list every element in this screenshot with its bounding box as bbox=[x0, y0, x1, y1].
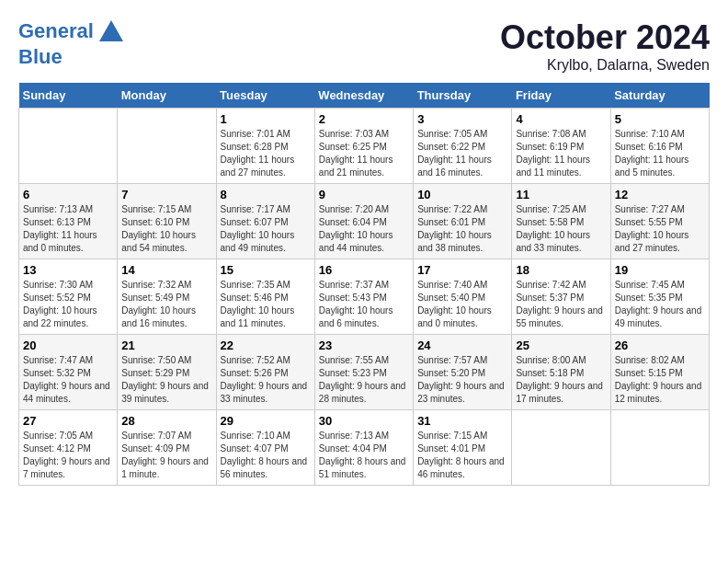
day-number: 1 bbox=[221, 112, 311, 126]
daylight: Daylight: 9 hours and 17 minutes. bbox=[516, 381, 603, 404]
calendar-cell: 17Sunrise: 7:40 AMSunset: 5:40 PMDayligh… bbox=[414, 259, 512, 335]
daylight: Daylight: 10 hours and 11 minutes. bbox=[221, 305, 295, 328]
day-info: Sunrise: 7:15 AMSunset: 6:10 PMDaylight:… bbox=[121, 203, 211, 255]
day-number: 21 bbox=[121, 339, 211, 352]
sunrise: Sunrise: 7:52 AM bbox=[221, 355, 290, 365]
day-number: 6 bbox=[23, 188, 113, 201]
daylight: Daylight: 8 hours and 46 minutes. bbox=[417, 456, 505, 479]
day-number: 10 bbox=[417, 188, 507, 201]
daylight: Daylight: 9 hours and 1 minute. bbox=[121, 456, 209, 479]
calendar-cell: 26Sunrise: 8:02 AMSunset: 5:15 PMDayligh… bbox=[610, 335, 709, 410]
sunset: Sunset: 5:40 PM bbox=[417, 293, 485, 303]
sunrise: Sunrise: 7:13 AM bbox=[319, 431, 389, 441]
daylight: Daylight: 11 hours and 5 minutes. bbox=[615, 155, 689, 178]
sunset: Sunset: 4:07 PM bbox=[221, 443, 289, 454]
sunset: Sunset: 4:09 PM bbox=[121, 443, 189, 454]
sunrise: Sunrise: 7:47 AM bbox=[23, 355, 93, 365]
sunset: Sunset: 5:46 PM bbox=[221, 293, 289, 303]
location: Krylbo, Dalarna, Sweden bbox=[500, 57, 710, 74]
week-row-5: 27Sunrise: 7:05 AMSunset: 4:12 PMDayligh… bbox=[19, 410, 710, 486]
calendar-cell bbox=[610, 410, 709, 486]
header-day-wednesday: Wednesday bbox=[314, 83, 413, 109]
week-row-4: 20Sunrise: 7:47 AMSunset: 5:32 PMDayligh… bbox=[19, 335, 710, 410]
calendar-cell bbox=[118, 109, 216, 184]
sunset: Sunset: 5:23 PM bbox=[319, 368, 387, 378]
calendar-cell: 8Sunrise: 7:17 AMSunset: 6:07 PMDaylight… bbox=[216, 184, 314, 259]
day-number: 7 bbox=[121, 188, 211, 201]
sunrise: Sunrise: 7:45 AM bbox=[615, 280, 685, 290]
daylight: Daylight: 9 hours and 33 minutes. bbox=[221, 381, 308, 404]
day-number: 17 bbox=[417, 263, 507, 277]
sunset: Sunset: 6:19 PM bbox=[516, 142, 584, 152]
day-number: 2 bbox=[319, 112, 409, 126]
header-day-thursday: Thursday bbox=[414, 83, 512, 109]
day-info: Sunrise: 7:10 AMSunset: 6:16 PMDaylight:… bbox=[615, 128, 705, 179]
daylight: Daylight: 10 hours and 22 minutes. bbox=[23, 305, 97, 328]
daylight: Daylight: 9 hours and 55 minutes. bbox=[516, 305, 603, 328]
sunrise: Sunrise: 7:13 AM bbox=[23, 204, 93, 214]
day-number: 16 bbox=[319, 263, 409, 277]
daylight: Daylight: 11 hours and 16 minutes. bbox=[417, 155, 492, 178]
logo-icon bbox=[97, 18, 125, 46]
sunset: Sunset: 6:25 PM bbox=[319, 142, 387, 152]
sunrise: Sunrise: 7:10 AM bbox=[615, 129, 685, 139]
calendar-cell: 22Sunrise: 7:52 AMSunset: 5:26 PMDayligh… bbox=[216, 335, 314, 410]
calendar-cell: 9Sunrise: 7:20 AMSunset: 6:04 PMDaylight… bbox=[314, 184, 413, 259]
daylight: Daylight: 11 hours and 27 minutes. bbox=[221, 155, 295, 178]
sunset: Sunset: 6:10 PM bbox=[121, 217, 189, 227]
month-title: October 2024 bbox=[500, 18, 710, 57]
logo-blue: Blue bbox=[18, 45, 63, 68]
calendar-cell: 7Sunrise: 7:15 AMSunset: 6:10 PMDaylight… bbox=[118, 184, 216, 259]
day-info: Sunrise: 8:02 AMSunset: 5:15 PMDaylight:… bbox=[615, 354, 705, 406]
day-info: Sunrise: 7:05 AMSunset: 6:22 PMDaylight:… bbox=[417, 128, 507, 179]
day-info: Sunrise: 7:13 AMSunset: 6:13 PMDaylight:… bbox=[23, 203, 113, 255]
sunset: Sunset: 6:04 PM bbox=[319, 217, 387, 227]
daylight: Daylight: 10 hours and 54 minutes. bbox=[121, 230, 196, 253]
day-number: 26 bbox=[615, 339, 705, 352]
sunset: Sunset: 5:29 PM bbox=[121, 368, 189, 378]
day-info: Sunrise: 8:00 AMSunset: 5:18 PMDaylight:… bbox=[516, 354, 606, 406]
daylight: Daylight: 9 hours and 44 minutes. bbox=[23, 381, 110, 404]
calendar-cell: 1Sunrise: 7:01 AMSunset: 6:28 PMDaylight… bbox=[216, 109, 314, 184]
sunrise: Sunrise: 7:27 AM bbox=[615, 204, 685, 214]
daylight: Daylight: 9 hours and 39 minutes. bbox=[121, 381, 209, 404]
sunrise: Sunrise: 7:05 AM bbox=[417, 129, 487, 139]
day-number: 3 bbox=[417, 112, 507, 126]
sunrise: Sunrise: 7:50 AM bbox=[121, 355, 191, 365]
day-info: Sunrise: 7:57 AMSunset: 5:20 PMDaylight:… bbox=[417, 354, 507, 406]
week-row-2: 6Sunrise: 7:13 AMSunset: 6:13 PMDaylight… bbox=[19, 184, 710, 259]
day-info: Sunrise: 7:10 AMSunset: 4:07 PMDaylight:… bbox=[221, 430, 311, 481]
day-number: 13 bbox=[23, 263, 113, 277]
sunrise: Sunrise: 7:30 AM bbox=[23, 280, 93, 290]
daylight: Daylight: 10 hours and 16 minutes. bbox=[121, 305, 196, 328]
sunrise: Sunrise: 8:02 AM bbox=[615, 355, 685, 365]
calendar-cell: 14Sunrise: 7:32 AMSunset: 5:49 PMDayligh… bbox=[118, 259, 216, 335]
day-info: Sunrise: 7:30 AMSunset: 5:52 PMDaylight:… bbox=[23, 279, 113, 330]
calendar-cell: 16Sunrise: 7:37 AMSunset: 5:43 PMDayligh… bbox=[314, 259, 413, 335]
sunset: Sunset: 5:55 PM bbox=[615, 217, 683, 227]
title-block: October 2024 Krylbo, Dalarna, Sweden bbox=[500, 18, 710, 74]
header-day-saturday: Saturday bbox=[610, 83, 709, 109]
calendar-cell: 6Sunrise: 7:13 AMSunset: 6:13 PMDaylight… bbox=[19, 184, 118, 259]
sunset: Sunset: 5:43 PM bbox=[319, 293, 387, 303]
daylight: Daylight: 10 hours and 6 minutes. bbox=[319, 305, 393, 328]
svg-marker-0 bbox=[99, 20, 123, 41]
sunrise: Sunrise: 7:32 AM bbox=[121, 280, 191, 290]
sunset: Sunset: 5:52 PM bbox=[23, 293, 91, 303]
sunset: Sunset: 5:18 PM bbox=[516, 368, 584, 378]
day-info: Sunrise: 7:25 AMSunset: 5:58 PMDaylight:… bbox=[516, 203, 606, 255]
sunrise: Sunrise: 7:37 AM bbox=[319, 280, 389, 290]
sunrise: Sunrise: 7:05 AM bbox=[23, 431, 93, 441]
day-number: 4 bbox=[516, 112, 606, 126]
day-number: 20 bbox=[23, 339, 113, 352]
sunset: Sunset: 5:58 PM bbox=[516, 217, 584, 227]
day-number: 24 bbox=[417, 339, 507, 352]
daylight: Daylight: 9 hours and 7 minutes. bbox=[23, 456, 110, 479]
sunset: Sunset: 5:37 PM bbox=[516, 293, 584, 303]
sunrise: Sunrise: 7:07 AM bbox=[121, 431, 191, 441]
daylight: Daylight: 8 hours and 56 minutes. bbox=[221, 456, 308, 479]
sunrise: Sunrise: 7:08 AM bbox=[516, 129, 586, 139]
logo: General Blue bbox=[18, 18, 125, 68]
sunrise: Sunrise: 7:15 AM bbox=[417, 431, 487, 441]
calendar-cell bbox=[19, 109, 118, 184]
